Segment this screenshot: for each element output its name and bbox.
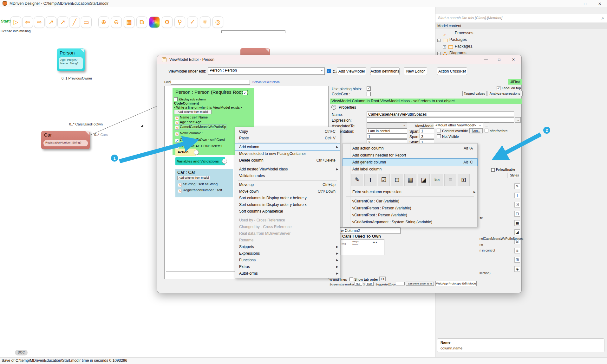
add-viewmodel-button[interactable]: Add ViewModel [337, 67, 366, 75]
submenu-variable-item[interactable]: vCurrentRoot : Person (variable) [343, 212, 477, 219]
tree-item-packages[interactable]: Packages [449, 37, 467, 42]
chevron-down-icon[interactable]: ⌄ [194, 150, 199, 155]
tree-expander-icon[interactable]: - [437, 39, 441, 42]
submenu-item-add-action-column[interactable]: Add action columnAlt+A [343, 145, 477, 152]
person-link[interactable]: Person [271, 80, 280, 84]
name-input[interactable]: CamelCaseMeansWePutInSpaces [367, 112, 514, 117]
dropdown-column-icon[interactable]: ⊟ [391, 174, 403, 186]
menu-item-paste[interactable]: PasteCtrl+V [235, 135, 340, 142]
submenu-variable-item[interactable]: vGridActionArgument : System.String (var… [343, 219, 477, 226]
menu-item-move-up[interactable]: Move upCtrl+Up [235, 182, 340, 188]
tree-item-diagrams[interactable]: Diagrams [449, 51, 467, 55]
webapp-prototype-button[interactable]: WebApp Prototype Edit-Mode [435, 281, 477, 286]
variables-validations-chip[interactable]: Variables and Validations ⌄ [175, 157, 225, 165]
span-input-1[interactable]: 1 [420, 128, 434, 133]
dialog-close-button[interactable]: ✕ [509, 56, 518, 63]
show-tab-order-checkbox[interactable] [349, 278, 353, 281]
menu-item-snippets[interactable]: Snippets▶ [235, 244, 340, 250]
list-column-icon[interactable]: ≡ [514, 248, 520, 253]
screen-height-input[interactable]: 600 [366, 282, 374, 286]
styles-button[interactable]: Styles [507, 173, 522, 178]
car-viewmodel-block[interactable]: Car : Car Add column from model AasStrin… [175, 169, 233, 197]
zoom-out-button[interactable]: ⊖ [111, 16, 122, 28]
chevron-down-icon[interactable]: ⌄ [222, 159, 227, 164]
screen-width-input[interactable]: 758 [355, 282, 362, 286]
viewmodel-column-row[interactable]: ACamelCaseMeansWePutInSp [175, 125, 226, 130]
menu-item-validation-rules[interactable]: Validation rules [235, 173, 340, 179]
start-label[interactable]: Start! [1, 19, 11, 23]
menu-item-move-down[interactable]: Move downCtrl+Down [235, 188, 340, 195]
expression-ellipsis-button[interactable]: ... [515, 117, 521, 123]
tagged-values-button[interactable]: Tagged values [462, 91, 486, 96]
menu-item-move-selected-to-new-placingcontainer[interactable]: Move selected to new PlacingContainer [235, 150, 340, 157]
menu-item-add-nested-viewmodel-class[interactable]: Add nested ViewModel class▶ [235, 166, 340, 173]
node-graph-tool[interactable]: ⚛ [200, 16, 211, 28]
dialog-title-bar[interactable]: ViewModel Editor - Person — □ ✕ [157, 55, 521, 64]
fit-button[interactable]: Fit [379, 277, 386, 281]
span-input-2[interactable]: 3 [420, 134, 434, 138]
forward-arrow-button[interactable]: ⇨ [34, 16, 45, 28]
preview-grid[interactable]: ring RegisNuml ••• [341, 239, 384, 255]
analyze-expressions-button[interactable]: Analyze expressions [487, 91, 523, 96]
menu-item-extras[interactable]: Extras▶ [235, 264, 340, 270]
association-class-tool[interactable]: ↗ [57, 16, 68, 28]
calendar-column-icon[interactable]: ▦ [404, 174, 416, 186]
viewmodel-column-row[interactable]: AAge : self.Age [175, 120, 202, 125]
menu-item-sort-columns-in-display-order-x-before-y[interactable]: Sort columns in Display order x before y [235, 195, 340, 201]
text-column-icon[interactable]: T [514, 193, 520, 198]
minimize-button[interactable]: — [563, 0, 578, 8]
submenu-variable-item[interactable]: vCurrentCar : Car (variable) [343, 198, 477, 205]
viewmodel-ellipsis-button[interactable]: ... [484, 123, 489, 128]
zoom-in-button[interactable]: ⊕ [98, 16, 109, 28]
action-definitions-button[interactable]: Action definitions [370, 67, 400, 75]
categ-checkbox[interactable] [327, 69, 331, 73]
display-sub-column-checkbox[interactable] [174, 97, 178, 101]
follow-enable-checkbox[interactable] [491, 168, 495, 172]
image-column-icon[interactable]: ◪ [418, 174, 430, 186]
menu-item-autoforms[interactable]: AutoForms▶ [235, 270, 340, 277]
new-editor-button[interactable]: New Editor [404, 67, 427, 75]
codegen-checkbox[interactable] [367, 92, 371, 96]
checkbox-column-icon[interactable]: ☑ [378, 174, 390, 186]
person-seeker-link[interactable]: PersonSeeker [252, 80, 271, 84]
content-override-checkbox[interactable] [437, 129, 441, 132]
color-wheel[interactable] [149, 16, 160, 28]
suggested-zoom-input[interactable] [396, 282, 405, 285]
menu-item-delete-column[interactable]: Delete columnCtrl+Delete [235, 157, 340, 164]
tree-item-package1[interactable]: Package1 [455, 44, 473, 48]
association-tool[interactable]: ↗ [46, 16, 56, 28]
viewmodel-column-row[interactable]: AasString : self.asString [178, 182, 218, 187]
dropdown-column-icon[interactable]: ⊟ [514, 211, 520, 217]
filter-input[interactable] [171, 80, 250, 85]
viewmodel-column-icon[interactable]: ◈ [514, 266, 520, 272]
use-placing-hints-checkbox[interactable] [367, 86, 371, 91]
not-visible-checkbox[interactable] [437, 134, 441, 138]
text-column-icon[interactable]: T [364, 174, 376, 186]
viewmodel-combo[interactable]: <Mount other ViewModel>⌄ [434, 123, 483, 128]
submenu-item-add-generic-column[interactable]: Add generic columnAlt+C [343, 159, 477, 166]
collapse-section-icon[interactable]: ⌃ [331, 105, 336, 110]
image-column-icon[interactable]: ◪ [514, 229, 520, 235]
tree-item-processes[interactable]: Processes [455, 31, 473, 35]
maximize-button[interactable]: □ [578, 0, 592, 8]
run-button[interactable]: ▷ [10, 16, 21, 28]
menu-item-copy[interactable]: CopyCtrl+C [235, 128, 340, 135]
window-grid-tool[interactable]: ▦ [124, 16, 134, 28]
viewmodel-column-row[interactable]: ARegistrationNumber : self [178, 188, 222, 193]
after-before-checkbox[interactable] [485, 129, 488, 132]
back-arrow-button[interactable]: ⇦ [22, 16, 33, 28]
viewmodel-column-row[interactable]: AName : self.Name [175, 115, 208, 120]
viewmodel-column-row[interactable]: ↗CarsIUsedToOwn : self.CarsI [175, 138, 225, 143]
submenu-item-extra-sub-column-expression[interactable]: Extra sub-column expression▶ [343, 188, 477, 195]
preview-ellipsis[interactable]: ••• [373, 240, 377, 244]
doc-button[interactable]: DOC [15, 350, 28, 355]
add-column-from-model-button[interactable]: Add column from model [177, 176, 210, 180]
class-box-person[interactable]: Person Age: Integer? Name: String? [57, 48, 85, 71]
viewmodel-column-row[interactable]: ANewColumn2 : [175, 131, 203, 136]
submenu-item-add-label-column[interactable]: Add label column [343, 166, 477, 173]
settings-gears[interactable]: ⚙ [162, 16, 173, 28]
menu-item-functions[interactable]: Functions▶ [235, 257, 340, 264]
dialog-maximize-button[interactable]: □ [494, 56, 504, 63]
icon-button[interactable]: Icon... [469, 128, 483, 133]
spiral-tool[interactable]: ◎ [212, 16, 223, 28]
